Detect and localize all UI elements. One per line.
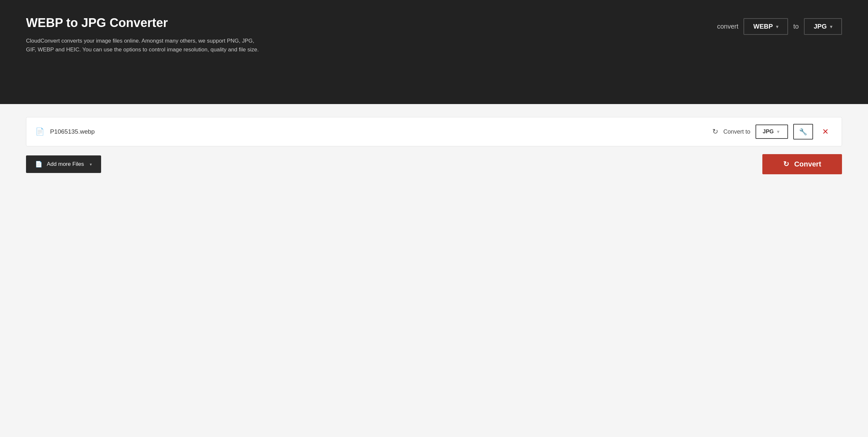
file-row: 📄 P1065135.webp ↻ Convert to JPG ▾ 🔧 ✕ [26, 117, 842, 146]
convert-to-label: Convert to [723, 128, 750, 135]
file-format-chevron-icon: ▾ [777, 129, 779, 134]
bottom-toolbar: 📄 Add more Files ▾ ↻ Convert [26, 154, 842, 174]
add-files-button[interactable]: 📄 Add more Files ▾ [26, 155, 101, 173]
header-to-format-button[interactable]: JPG ▾ [804, 18, 842, 35]
convert-to-section: ↻ Convert to JPG ▾ 🔧 [712, 124, 813, 139]
page-header: WEBP to JPG Converter CloudConvert conve… [0, 0, 868, 104]
close-icon: ✕ [822, 127, 829, 136]
page-title: WEBP to JPG Converter [26, 15, 260, 31]
convert-icon: ↻ [783, 160, 789, 168]
file-name: P1065135.webp [50, 128, 712, 135]
header-left: WEBP to JPG Converter CloudConvert conve… [26, 15, 260, 54]
settings-button[interactable]: 🔧 [793, 124, 813, 139]
page-description: CloudConvert converts your image files o… [26, 36, 260, 54]
refresh-icon: ↻ [712, 127, 718, 136]
wrench-icon: 🔧 [799, 128, 807, 135]
header-to-label: to [793, 23, 799, 30]
main-content: 📄 P1065135.webp ↻ Convert to JPG ▾ 🔧 ✕ 📄… [0, 104, 868, 437]
header-from-format-button[interactable]: WEBP ▾ [743, 18, 788, 35]
header-from-format-label: WEBP [753, 23, 773, 30]
convert-label: Convert [794, 160, 821, 168]
header-to-format-label: JPG [814, 23, 827, 30]
add-files-label: Add more Files [47, 161, 84, 167]
header-from-format-chevron-icon: ▾ [776, 24, 778, 29]
add-files-icon: 📄 [35, 161, 42, 168]
file-format-dropdown[interactable]: JPG ▾ [755, 125, 788, 139]
header-to-format-chevron-icon: ▾ [830, 24, 832, 29]
remove-file-button[interactable]: ✕ [818, 126, 833, 137]
file-format-label: JPG [763, 128, 774, 135]
convert-button[interactable]: ↻ Convert [762, 154, 842, 174]
file-icon: 📄 [35, 127, 44, 136]
header-converter-controls: convert WEBP ▾ to JPG ▾ [717, 18, 842, 35]
header-convert-label: convert [717, 23, 739, 30]
add-files-chevron-icon: ▾ [90, 162, 92, 167]
